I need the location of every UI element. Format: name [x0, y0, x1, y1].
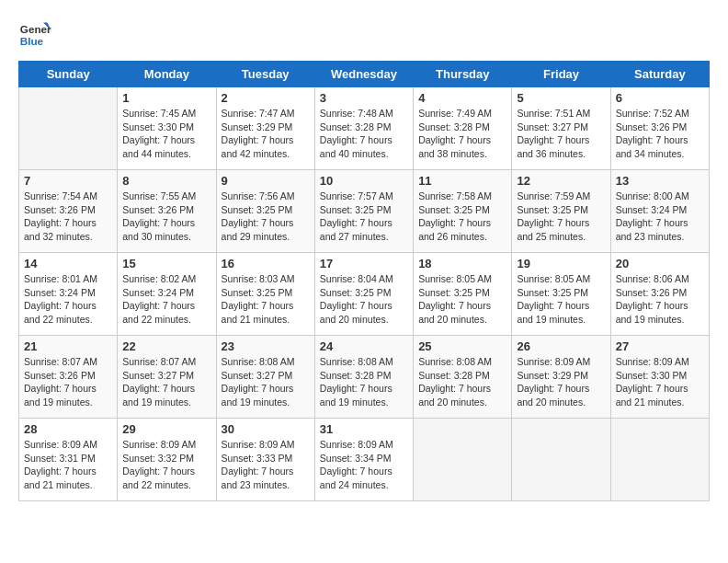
day-number: 22 — [122, 339, 210, 353]
calendar-cell: 14Sunrise: 8:01 AMSunset: 3:24 PMDayligh… — [19, 253, 118, 336]
calendar-cell — [414, 419, 512, 501]
day-number: 29 — [122, 422, 210, 436]
calendar-cell: 21Sunrise: 8:07 AMSunset: 3:26 PMDayligh… — [19, 336, 118, 419]
day-info: Sunrise: 7:58 AMSunset: 3:25 PMDaylight:… — [418, 190, 506, 244]
day-header-saturday: Saturday — [610, 62, 709, 87]
day-header-friday: Friday — [512, 62, 610, 87]
day-number: 21 — [24, 339, 112, 353]
day-number: 27 — [616, 339, 704, 353]
calendar-cell: 12Sunrise: 7:59 AMSunset: 3:25 PMDayligh… — [512, 170, 610, 253]
calendar-cell: 20Sunrise: 8:06 AMSunset: 3:26 PMDayligh… — [610, 253, 709, 336]
day-number: 25 — [418, 339, 506, 353]
calendar-cell: 24Sunrise: 8:08 AMSunset: 3:28 PMDayligh… — [314, 336, 413, 419]
day-info: Sunrise: 7:52 AMSunset: 3:26 PMDaylight:… — [616, 107, 704, 161]
day-info: Sunrise: 8:09 AMSunset: 3:34 PMDaylight:… — [320, 438, 408, 492]
calendar-week-row: 21Sunrise: 8:07 AMSunset: 3:26 PMDayligh… — [19, 336, 710, 419]
day-number: 14 — [24, 257, 112, 270]
calendar-cell: 7Sunrise: 7:54 AMSunset: 3:26 PMDaylight… — [19, 170, 118, 253]
calendar-cell: 9Sunrise: 7:56 AMSunset: 3:25 PMDaylight… — [216, 170, 314, 253]
day-number: 10 — [320, 174, 408, 188]
day-number: 6 — [616, 91, 704, 105]
day-number: 16 — [222, 257, 310, 270]
day-info: Sunrise: 7:51 AMSunset: 3:27 PMDaylight:… — [517, 107, 605, 161]
day-number: 2 — [222, 91, 310, 105]
day-number: 31 — [320, 422, 408, 436]
day-info: Sunrise: 8:08 AMSunset: 3:28 PMDaylight:… — [320, 355, 408, 409]
calendar-cell: 31Sunrise: 8:09 AMSunset: 3:34 PMDayligh… — [314, 419, 413, 501]
calendar-header-row: SundayMondayTuesdayWednesdayThursdayFrid… — [19, 62, 710, 87]
day-info: Sunrise: 8:08 AMSunset: 3:27 PMDaylight:… — [222, 355, 310, 409]
day-number: 23 — [222, 339, 310, 353]
day-number: 9 — [222, 174, 310, 188]
calendar-cell: 3Sunrise: 7:48 AMSunset: 3:28 PMDaylight… — [314, 87, 413, 170]
calendar-cell: 1Sunrise: 7:45 AMSunset: 3:30 PMDaylight… — [118, 87, 216, 170]
day-info: Sunrise: 8:09 AMSunset: 3:29 PMDaylight:… — [517, 355, 605, 409]
calendar-week-row: 1Sunrise: 7:45 AMSunset: 3:30 PMDaylight… — [19, 87, 710, 170]
day-header-sunday: Sunday — [19, 62, 118, 87]
day-info: Sunrise: 7:47 AMSunset: 3:29 PMDaylight:… — [222, 107, 310, 161]
calendar-cell: 23Sunrise: 8:08 AMSunset: 3:27 PMDayligh… — [216, 336, 314, 419]
calendar-cell: 30Sunrise: 8:09 AMSunset: 3:33 PMDayligh… — [216, 419, 314, 501]
calendar-cell: 2Sunrise: 7:47 AMSunset: 3:29 PMDaylight… — [216, 87, 314, 170]
calendar-cell — [610, 419, 709, 501]
calendar-cell: 17Sunrise: 8:04 AMSunset: 3:25 PMDayligh… — [314, 253, 413, 336]
day-info: Sunrise: 8:09 AMSunset: 3:31 PMDaylight:… — [24, 438, 112, 492]
day-number: 11 — [418, 174, 506, 188]
day-number: 30 — [222, 422, 310, 436]
calendar-cell: 10Sunrise: 7:57 AMSunset: 3:25 PMDayligh… — [314, 170, 413, 253]
day-header-monday: Monday — [118, 62, 216, 87]
day-number: 3 — [320, 91, 408, 105]
calendar-cell — [19, 87, 118, 170]
day-info: Sunrise: 8:09 AMSunset: 3:33 PMDaylight:… — [222, 438, 310, 492]
calendar-cell: 27Sunrise: 8:09 AMSunset: 3:30 PMDayligh… — [610, 336, 709, 419]
day-info: Sunrise: 7:45 AMSunset: 3:30 PMDaylight:… — [122, 107, 210, 161]
day-number: 20 — [616, 257, 704, 270]
logo-icon: General Blue — [18, 18, 51, 52]
day-number: 13 — [616, 174, 704, 188]
day-number: 17 — [320, 257, 408, 270]
calendar-cell: 5Sunrise: 7:51 AMSunset: 3:27 PMDaylight… — [512, 87, 610, 170]
day-header-tuesday: Tuesday — [216, 62, 314, 87]
day-number: 24 — [320, 339, 408, 353]
calendar-cell: 16Sunrise: 8:03 AMSunset: 3:25 PMDayligh… — [216, 253, 314, 336]
day-number: 5 — [517, 91, 605, 105]
calendar-cell: 18Sunrise: 8:05 AMSunset: 3:25 PMDayligh… — [414, 253, 512, 336]
day-number: 12 — [517, 174, 605, 188]
calendar-week-row: 28Sunrise: 8:09 AMSunset: 3:31 PMDayligh… — [19, 419, 710, 501]
day-info: Sunrise: 8:09 AMSunset: 3:32 PMDaylight:… — [122, 438, 210, 492]
day-info: Sunrise: 8:06 AMSunset: 3:26 PMDaylight:… — [616, 272, 704, 327]
day-header-wednesday: Wednesday — [314, 62, 413, 87]
day-info: Sunrise: 7:49 AMSunset: 3:28 PMDaylight:… — [418, 107, 506, 161]
day-info: Sunrise: 8:01 AMSunset: 3:24 PMDaylight:… — [24, 272, 112, 327]
day-number: 19 — [517, 257, 605, 270]
calendar-cell: 29Sunrise: 8:09 AMSunset: 3:32 PMDayligh… — [118, 419, 216, 501]
calendar-cell: 6Sunrise: 7:52 AMSunset: 3:26 PMDaylight… — [610, 87, 709, 170]
calendar-cell: 25Sunrise: 8:08 AMSunset: 3:28 PMDayligh… — [414, 336, 512, 419]
day-number: 1 — [122, 91, 210, 105]
logo: General Blue — [18, 18, 51, 52]
calendar-week-row: 7Sunrise: 7:54 AMSunset: 3:26 PMDaylight… — [19, 170, 710, 253]
calendar-table: SundayMondayTuesdayWednesdayThursdayFrid… — [18, 61, 710, 501]
day-number: 26 — [517, 339, 605, 353]
day-info: Sunrise: 7:57 AMSunset: 3:25 PMDaylight:… — [320, 190, 408, 244]
calendar-cell: 8Sunrise: 7:55 AMSunset: 3:26 PMDaylight… — [118, 170, 216, 253]
day-info: Sunrise: 8:05 AMSunset: 3:25 PMDaylight:… — [418, 272, 506, 327]
day-info: Sunrise: 7:55 AMSunset: 3:26 PMDaylight:… — [122, 190, 210, 244]
day-info: Sunrise: 8:03 AMSunset: 3:25 PMDaylight:… — [222, 272, 310, 327]
day-info: Sunrise: 8:07 AMSunset: 3:26 PMDaylight:… — [24, 355, 112, 409]
day-info: Sunrise: 7:54 AMSunset: 3:26 PMDaylight:… — [24, 190, 112, 244]
calendar-cell: 13Sunrise: 8:00 AMSunset: 3:24 PMDayligh… — [610, 170, 709, 253]
day-info: Sunrise: 8:08 AMSunset: 3:28 PMDaylight:… — [418, 355, 506, 409]
day-number: 8 — [122, 174, 210, 188]
page-header: General Blue — [18, 18, 710, 52]
day-number: 15 — [122, 257, 210, 270]
day-info: Sunrise: 8:09 AMSunset: 3:30 PMDaylight:… — [616, 355, 704, 409]
calendar-cell: 22Sunrise: 8:07 AMSunset: 3:27 PMDayligh… — [118, 336, 216, 419]
day-number: 4 — [418, 91, 506, 105]
calendar-cell: 19Sunrise: 8:05 AMSunset: 3:25 PMDayligh… — [512, 253, 610, 336]
day-number: 18 — [418, 257, 506, 270]
calendar-cell: 28Sunrise: 8:09 AMSunset: 3:31 PMDayligh… — [19, 419, 118, 501]
calendar-week-row: 14Sunrise: 8:01 AMSunset: 3:24 PMDayligh… — [19, 253, 710, 336]
day-info: Sunrise: 7:56 AMSunset: 3:25 PMDaylight:… — [222, 190, 310, 244]
svg-text:Blue: Blue — [20, 35, 44, 47]
